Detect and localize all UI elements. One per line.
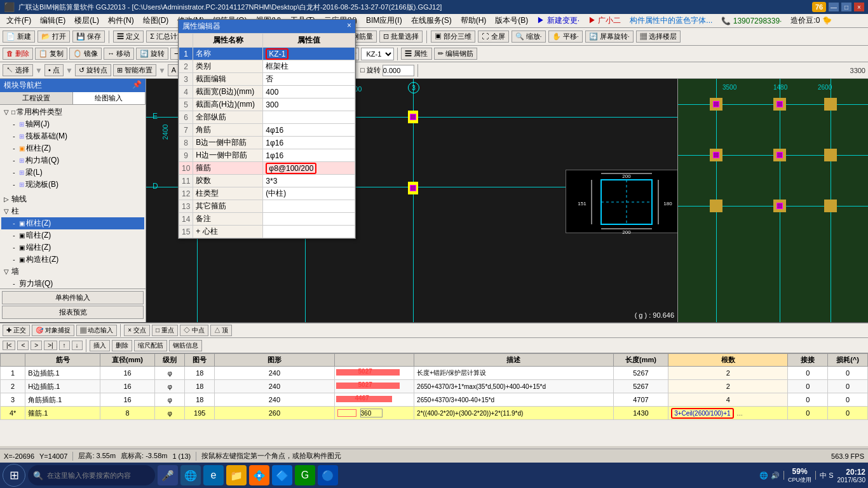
btn-mirror[interactable]: 🪞 镜像 [69,48,102,60]
count-formula-4[interactable]: 3+Ceil(2600/100)+1 [671,408,733,419]
network-icon[interactable]: 🌐 [759,471,768,480]
rp-marker5[interactable] [776,203,783,209]
prop-val-1[interactable]: KZ-1 [263,48,355,60]
prop-row-11[interactable]: 11 胶数 3*3 [179,175,355,187]
cell-splice-3[interactable]: 0 [788,393,828,407]
rp-marker3[interactable] [713,152,719,158]
taskbar-mic[interactable]: 🎤 [158,465,178,485]
menu-draw[interactable]: 绘图(D) [139,15,173,27]
menu-brand[interactable]: ▶ 广小二 [585,15,625,27]
prop-editor-header[interactable]: 属性编辑器 × [179,20,355,33]
menu-file[interactable]: 文件(F) [3,15,35,27]
prop-row-10[interactable]: 10 箍筋 φ8@100/200 [179,162,355,175]
menu-help[interactable]: 帮助(H) [457,15,491,27]
rp-col7[interactable] [710,200,722,212]
cell-name-3[interactable]: 角筋插筋.1 [25,393,100,407]
minimize-button[interactable]: — [829,3,839,11]
btn-new[interactable]: 📄 新建 [3,30,35,43]
btn-property[interactable]: ☰ 属性 [401,48,431,60]
tree-axis[interactable]: - ⊞ 轴网(J) [1,118,144,130]
cell-length-1[interactable]: 5267 [613,367,668,380]
rebar-row-3[interactable]: 3 角筋插筋.1 16 φ 18 240 4467 2650+4370/3+4 [1,393,868,407]
btn-insert-row[interactable]: 插入 [90,340,110,351]
cell-dia-2[interactable]: 16 [100,380,154,393]
tree-dark-col[interactable]: - ▣ 暗柱(Z) [1,229,144,241]
start-button[interactable]: ⊞ [3,464,25,487]
tree-frame-col2[interactable]: - ▣ 框柱(Z) [1,217,144,229]
cell-loss-3[interactable]: 0 [828,393,868,407]
btn-snap[interactable]: 🎯 对象捕捉 [32,325,74,336]
col-marker-3e[interactable] [410,114,416,120]
cell-name-1[interactable]: B边插筋.1 [25,367,100,380]
tree-beam[interactable]: - ⊞ 梁(L) [1,166,144,179]
cell-count-1[interactable]: 2 [668,367,788,380]
prop-row-15[interactable]: 15 + 心柱 [179,226,355,238]
btn-open[interactable]: 📂 打开 [37,30,70,43]
cell-dia-3[interactable]: 16 [100,393,154,407]
cell-count-3[interactable]: 4 [668,393,788,407]
btn-screen-rotate[interactable]: 🔄 屏幕旋转· [585,30,634,43]
prop-row-8[interactable]: 8 B边一侧中部筋 1φ16 [179,137,355,149]
menu-online[interactable]: 在线服务(S) [407,15,456,27]
btn-up[interactable]: ↑ [59,341,70,350]
col-marker-3d[interactable] [410,185,416,191]
close-button[interactable]: × [854,3,864,11]
cell-count-2[interactable]: 2 [668,380,788,393]
taskbar-search[interactable]: 🔍 在这里输入你要搜索的内容 [28,465,155,485]
tree-axis-section[interactable]: ▷ 轴线 [1,193,144,205]
volume-icon[interactable]: 🔊 [771,471,780,480]
maximize-button[interactable]: □ [841,3,851,11]
taskbar-app2[interactable]: 🔷 [272,465,292,485]
btn-zoom[interactable]: 🔍 缩放· [512,30,546,43]
btn-down[interactable]: ↓ [72,341,83,350]
btn-copy[interactable]: 📋 复制 [35,48,67,60]
btn-move[interactable]: ↔ 移动 [104,48,134,60]
tree-struct-col[interactable]: - ▣ 构造柱(Z) [1,254,144,266]
rp-col9[interactable] [824,200,837,212]
tree-raft[interactable]: - ⊞ 筏板基础(M) [1,130,144,142]
btn-select[interactable]: ↖ 选择 [3,64,33,76]
taskbar-explorer[interactable]: 📁 [226,465,247,485]
btn-endpoint[interactable]: □ 重点 [152,325,178,336]
prop-row-1[interactable]: 1 名称 KZ-1 [179,48,355,60]
rp-marker1[interactable] [713,101,719,107]
btn-smart-layout[interactable]: ⊞ 智能布置 [113,64,156,76]
left-panel-pin[interactable]: 📌 [132,80,142,91]
btn-last[interactable]: >| [44,341,57,350]
btn-rotate-point[interactable]: ↺ 旋转点 [75,64,111,76]
tree-slab[interactable]: - ⊞ 现浇板(B) [1,179,144,191]
taskbar-browser[interactable]: 🌐 [180,465,201,485]
cell-dia-4[interactable]: 8 [100,407,154,420]
rotate-input[interactable] [383,65,414,76]
btn-midpoint[interactable]: ◇ 中点 [180,325,208,336]
rebar-row-1[interactable]: 1 B边插筋.1 16 φ 18 240 5027 长度+错距/保护层计算设 [1,367,868,380]
btn-single-member[interactable]: 单构件输入 [2,291,144,304]
tab-project-settings[interactable]: 工程设置 [0,92,73,104]
btn-next[interactable]: > [31,341,42,350]
cell-splice-1[interactable]: 0 [788,367,828,380]
tree-wall-section[interactable]: ▽ 墙 [1,266,144,278]
btn-save[interactable]: 💾 保存 [72,30,105,43]
tab-draw-input[interactable]: 绘图输入 [73,92,146,104]
taskbar-edge[interactable]: e [203,465,224,485]
btn-pan[interactable]: ✋ 平移· [548,30,583,43]
taskbar-app4[interactable]: 🔵 [318,465,338,485]
rp-col6[interactable] [824,149,837,161]
cell-name-4[interactable]: 箍筋.1 [25,407,100,420]
cell-loss-1[interactable]: 0 [828,367,868,380]
btn-scale-rebar[interactable]: 缩尺配筋 [134,340,167,351]
ellipsis-4[interactable]: ... [737,409,743,417]
prop-row-2[interactable]: 2 类别 框架柱 [179,60,355,73]
rp-col3[interactable] [824,98,837,111]
btn-define[interactable]: ☰ 定义 [113,30,144,43]
btn-fullscreen[interactable]: ⛶ 全屏 [478,30,508,43]
prop-row-12[interactable]: 12 柱类型 (中柱) [179,187,355,200]
cell-splice-4[interactable]: 0 [788,407,828,420]
menu-version[interactable]: 版本号(B) [491,15,532,27]
prop-row-7[interactable]: 7 角筋 4φ16 [179,124,355,137]
tree-shear-wall2[interactable]: - 剪力墙(Q) [1,278,144,288]
cell-loss-2[interactable]: 0 [828,380,868,393]
btn-rotate[interactable]: 🔄 旋转 [136,48,168,60]
prop-row-14[interactable]: 14 备注 [179,213,355,226]
cell-length-2[interactable]: 5267 [613,380,668,393]
